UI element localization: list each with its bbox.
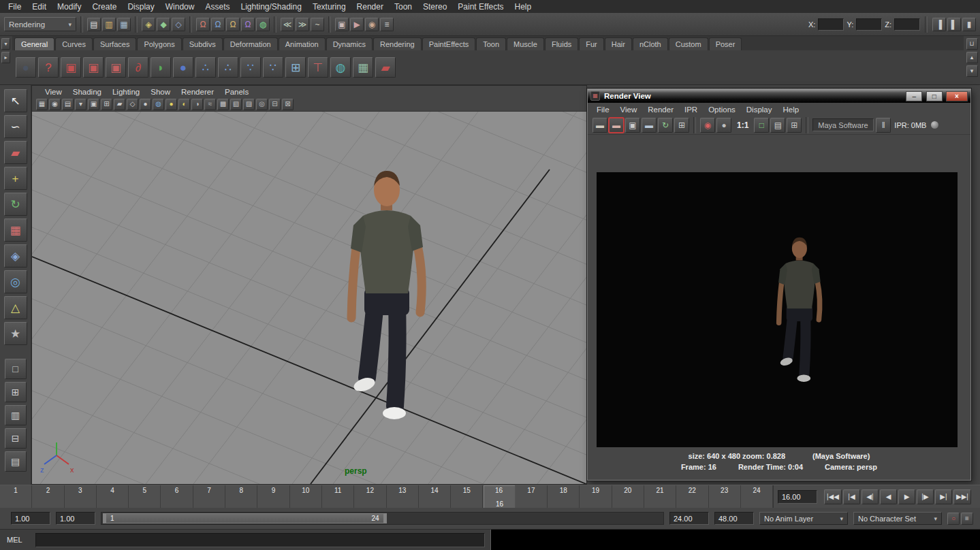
shading-group-icon[interactable]: ◍ xyxy=(330,57,351,78)
shelf-tab-ncloth[interactable]: nCloth xyxy=(633,37,668,50)
renderer-selector[interactable]: Maya Software xyxy=(812,118,874,131)
snap-to-curves-icon[interactable]: Ω xyxy=(211,18,225,31)
shelf-tab-polygons[interactable]: Polygons xyxy=(137,37,181,50)
shelf-tabs-toggle-icon[interactable]: ▾ xyxy=(1,38,10,50)
alpha-channel-icon[interactable]: ● xyxy=(716,118,731,133)
hypergraph-node-icon[interactable]: ∴ xyxy=(195,57,216,78)
go-to-start-button[interactable]: |◀◀ xyxy=(824,489,842,504)
menu-window[interactable]: Window xyxy=(160,1,200,13)
frame-number[interactable]: 11 xyxy=(322,485,354,508)
motion-blur-icon[interactable]: ≈ xyxy=(204,99,216,110)
layout-four-pane[interactable]: ⊞ xyxy=(5,382,27,402)
play-forwards-button[interactable]: ▶ xyxy=(898,489,915,504)
shelf-tab-deformation[interactable]: Deformation xyxy=(223,37,278,50)
camera-attributes-icon[interactable]: ▤ xyxy=(62,99,74,110)
frame-number[interactable]: 20 xyxy=(612,485,644,508)
layout-single-pane[interactable]: □ xyxy=(5,359,27,379)
character-model[interactable] xyxy=(333,167,442,439)
frame-number[interactable]: 22 xyxy=(676,485,708,508)
wireframe-icon[interactable]: ◇ xyxy=(127,99,138,110)
shelf-tab-fluids[interactable]: Fluids xyxy=(545,37,578,50)
resolution-gate-icon[interactable]: ⊠ xyxy=(282,99,294,110)
frame-number[interactable]: 19 xyxy=(580,485,612,508)
frame-number[interactable]: 17 xyxy=(516,485,548,508)
menu-set-selector[interactable]: Rendering ▾ xyxy=(4,17,76,31)
zoom-ratio-button[interactable]: 1:1 xyxy=(733,120,752,130)
menu-create[interactable]: Create xyxy=(86,1,122,13)
refresh-ipr-icon[interactable]: ↻ xyxy=(658,118,673,133)
shelf-tab-muscle[interactable]: Muscle xyxy=(507,37,544,50)
move-tool[interactable]: + xyxy=(4,167,27,190)
play-backwards-button[interactable]: ◀ xyxy=(880,489,897,504)
input-connections-icon[interactable]: ≪ xyxy=(281,18,294,31)
frame-number[interactable]: 4 xyxy=(97,485,129,508)
shelf-trash-icon[interactable]: ⊔ xyxy=(966,38,978,50)
menu-paint-effects[interactable]: Paint Effects xyxy=(452,1,509,13)
make-live-icon[interactable]: ◍ xyxy=(256,18,270,31)
shelf-scroll-down-icon[interactable]: ▾ xyxy=(966,65,978,77)
frame-number[interactable]: 1 xyxy=(0,485,32,508)
smooth-shade-icon[interactable]: ● xyxy=(140,99,151,110)
snapshot-icon[interactable]: ▣ xyxy=(625,118,640,133)
command-line-input[interactable] xyxy=(35,533,485,547)
dag-node-icon[interactable]: ∴ xyxy=(218,57,238,78)
camera-aim-icon[interactable]: ▣ xyxy=(83,57,104,78)
frame-number[interactable]: 16 xyxy=(483,485,515,508)
animation-start-field[interactable]: 1.00 xyxy=(11,512,50,525)
snap-to-view-planes-icon[interactable]: Ω xyxy=(241,18,255,31)
playback-end-field[interactable]: 24.00 xyxy=(669,512,709,525)
shelf-tab-animation[interactable]: Animation xyxy=(279,37,326,50)
layout-top-persp[interactable]: ⊟ xyxy=(5,428,27,449)
screen-ao-icon[interactable]: ◑ xyxy=(191,99,203,110)
edit-quality-icon[interactable]: ▤ xyxy=(770,118,785,133)
node-editor-icon[interactable]: ⊞ xyxy=(285,57,306,78)
render-settings-icon[interactable]: ≡ xyxy=(380,18,394,31)
shelf-tab-subdivs[interactable]: Subdivs xyxy=(183,37,223,50)
frame-number[interactable]: 15 xyxy=(451,485,483,508)
textured-icon[interactable]: ◍ xyxy=(153,99,164,110)
select-component-icon[interactable]: ◇ xyxy=(172,18,185,31)
frame-number[interactable]: 12 xyxy=(354,485,386,508)
step-back-key-button[interactable]: ◀| xyxy=(862,489,879,504)
soft-modification-tool[interactable]: ◎ xyxy=(4,270,27,293)
playback-start-field[interactable]: 1.00 xyxy=(56,512,95,525)
menu-render[interactable]: Render xyxy=(351,1,389,13)
frame-number[interactable]: 6 xyxy=(161,485,193,508)
lock-camera-icon[interactable]: ◉ xyxy=(49,99,61,110)
step-forward-key-button[interactable]: |▶ xyxy=(917,489,934,504)
y-coordinate-input[interactable] xyxy=(856,18,882,31)
show-manipulator-tool[interactable]: △ xyxy=(4,296,27,319)
universal-manipulator-tool[interactable]: ◈ xyxy=(4,244,27,268)
frame-number[interactable]: 14 xyxy=(419,485,451,508)
auto-keyframe-button[interactable]: ○ xyxy=(947,513,960,525)
camera-aim-up-icon[interactable]: ▣ xyxy=(106,57,126,78)
image-plane-icon[interactable]: ▣ xyxy=(88,99,99,110)
sculpt-brush-icon[interactable]: ▰ xyxy=(375,57,396,78)
menu-edit[interactable]: Edit xyxy=(27,1,52,13)
rv-menu-help[interactable]: Help xyxy=(778,105,804,114)
scale-tool[interactable]: ▦ xyxy=(4,219,27,242)
shelf-tab-curves[interactable]: Curves xyxy=(55,37,93,50)
shelf-tab-painteffects[interactable]: PaintEffects xyxy=(422,37,476,50)
step-back-frame-button[interactable]: |◀ xyxy=(843,489,860,504)
camera-icon[interactable]: ▣ xyxy=(61,57,81,78)
menu-help[interactable]: Help xyxy=(509,1,537,13)
attach-brush-icon[interactable]: ◗ xyxy=(151,57,171,78)
camera-gate-icon[interactable]: ⊟ xyxy=(269,99,281,110)
viewport-menu-show[interactable]: Show xyxy=(146,87,175,97)
shelf-tab-fur[interactable]: Fur xyxy=(579,37,604,50)
paint-select-tool[interactable]: ▰ xyxy=(4,141,27,164)
frame-number[interactable]: 9 xyxy=(257,485,289,508)
frame-number[interactable]: 23 xyxy=(709,485,741,508)
shelf-tab-hair[interactable]: Hair xyxy=(605,37,632,50)
command-line-language-button[interactable]: MEL xyxy=(7,536,30,544)
minimize-button[interactable]: – xyxy=(906,91,922,101)
select-tool[interactable]: ↖ xyxy=(4,89,27,112)
frame-number[interactable]: 5 xyxy=(129,485,161,508)
close-button[interactable]: × xyxy=(946,91,968,101)
rotate-tool[interactable]: ↻ xyxy=(4,193,27,216)
curve-text-icon[interactable]: ∂ xyxy=(128,57,148,78)
viewport-menu-view[interactable]: View xyxy=(40,87,67,97)
anim-preferences-button[interactable]: ≡ xyxy=(961,513,973,525)
select-hierarchy-icon[interactable]: ◈ xyxy=(142,18,155,31)
